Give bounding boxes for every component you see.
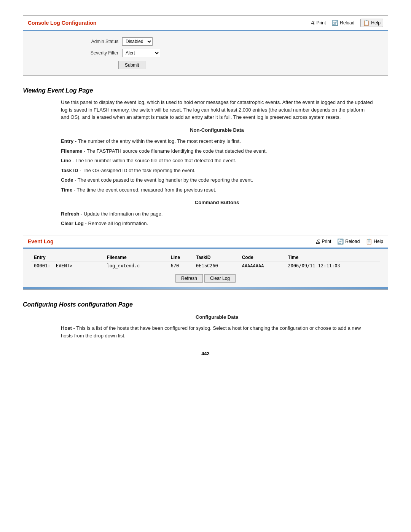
col-entry: Entry (31, 253, 104, 262)
cell-code: AAAAAAAA (239, 262, 285, 270)
host-desc: This is a list of the hosts that have be… (61, 325, 361, 339)
cell-entry: 00001: EVENT> (31, 262, 104, 270)
admin-status-label: Admin Status (76, 39, 118, 44)
command-buttons-heading: Command Buttons (61, 199, 373, 206)
clearlog-desc-row: Clear Log - Remove all log information. (61, 220, 373, 227)
print-icon: 🖨 (310, 20, 315, 26)
console-log-body: Admin Status Disabled Enabled Severity F… (23, 31, 388, 75)
event-log-body: Entry Filename Line TaskID Code Time 000… (23, 249, 388, 287)
field-code-name: Code (61, 177, 73, 183)
submit-row: Submit (118, 61, 380, 69)
console-log-panel: Console Log Configuration 🖨 Print 🔄 Relo… (23, 15, 388, 76)
field-filename-desc: The FASTPATH source code filename identi… (87, 148, 267, 154)
console-log-title: Console Log Configuration (28, 20, 96, 26)
configuring-hosts-title: Configuring Hosts configuration Page (23, 301, 388, 308)
help-button[interactable]: 📋 Help (360, 19, 383, 27)
col-line: Line (168, 253, 193, 262)
event-buttons: Refresh Clear Log (31, 274, 380, 283)
col-filename: Filename (104, 253, 168, 262)
viewing-event-log-body: Use this panel to display the event log,… (61, 99, 373, 227)
refresh-button[interactable]: Refresh (175, 274, 203, 283)
field-time-name: Time (61, 187, 72, 193)
reload-icon: 🔄 (332, 20, 338, 26)
col-taskid: TaskID (193, 253, 239, 262)
refresh-desc-dash: - (81, 211, 84, 217)
field-taskid-desc: The OS-assigned ID of the task reporting… (83, 168, 196, 173)
event-log-panel: Event Log 🖨 Print 🔄 Reload 📋 Help Entry … (23, 235, 388, 290)
severity-filter-select[interactable]: Emergency Alert Critical Error Warning N… (122, 49, 160, 57)
field-entry-dash: - (75, 138, 78, 144)
print-button[interactable]: 🖨 Print (310, 20, 326, 26)
field-filename-dash: - (84, 148, 87, 154)
non-configurable-heading: Non-Configurable Data (61, 126, 373, 134)
field-taskid-name: Task ID (61, 168, 78, 173)
event-help-label: Help (374, 239, 383, 244)
field-taskid-dash: - (80, 168, 83, 173)
clearlog-desc-dash: - (85, 220, 88, 226)
field-line-dash: - (72, 158, 75, 163)
event-print-button[interactable]: 🖨 Print (315, 238, 331, 244)
cell-taskid: 0E15C260 (193, 262, 239, 270)
event-print-label: Print (322, 239, 331, 244)
refresh-desc-row: Refresh - Update the information on the … (61, 210, 373, 218)
event-reload-button[interactable]: 🔄 Reload (337, 238, 360, 244)
console-log-actions: 🖨 Print 🔄 Reload 📋 Help (310, 19, 383, 27)
cell-line: 670 (168, 262, 193, 270)
field-code-desc: The event code passed to the event log h… (78, 177, 253, 183)
event-log-header: Event Log 🖨 Print 🔄 Reload 📋 Help (23, 235, 388, 249)
configurable-data-heading: Configurable Data (61, 313, 373, 321)
field-filename: Filename - The FASTPATH source code file… (61, 147, 373, 155)
refresh-desc-name: Refresh (61, 211, 79, 217)
host-desc-row: Host - This is a list of the hosts that … (61, 324, 373, 339)
field-code-dash: - (75, 177, 78, 183)
event-table: Entry Filename Line TaskID Code Time 000… (31, 253, 380, 270)
event-reload-icon: 🔄 (337, 238, 344, 244)
event-log-footer-bar (23, 287, 388, 289)
field-filename-name: Filename (61, 148, 82, 154)
col-code: Code (239, 253, 285, 262)
reload-label: Reload (340, 20, 354, 26)
cell-time: 2006/09/11 12:11:03 (285, 262, 380, 270)
event-log-actions: 🖨 Print 🔄 Reload 📋 Help (315, 238, 383, 244)
viewing-event-log-desc: Use this panel to display the event log,… (61, 99, 373, 121)
field-line: Line - The line number within the source… (61, 157, 373, 165)
field-time: Time - The time the event occurred, meas… (61, 186, 373, 194)
event-help-button[interactable]: 📋 Help (366, 238, 383, 244)
event-table-header-row: Entry Filename Line TaskID Code Time (31, 253, 380, 262)
field-taskid: Task ID - The OS-assigned ID of the task… (61, 167, 373, 174)
clearlog-desc-text: Remove all log information. (88, 220, 148, 226)
field-entry-name: Entry (61, 138, 73, 144)
print-label: Print (317, 20, 326, 26)
help-icon: 📋 (363, 20, 370, 26)
event-log-title: Event Log (28, 238, 54, 244)
refresh-desc-text: Update the information on the page. (84, 211, 162, 217)
field-line-desc: The line number within the source file o… (75, 158, 236, 163)
admin-status-select[interactable]: Disabled Enabled (122, 37, 153, 46)
table-row: 00001: EVENT> log_extend.c 670 0E15C260 … (31, 262, 380, 270)
cell-filename: log_extend.c (104, 262, 168, 270)
field-line-name: Line (61, 158, 71, 163)
severity-filter-label: Severity Filter (76, 50, 118, 56)
field-entry-desc: The number of the entry within the event… (78, 138, 241, 144)
reload-button[interactable]: 🔄 Reload (332, 20, 354, 26)
event-reload-label: Reload (345, 239, 360, 244)
help-label: Help (371, 20, 381, 26)
clear-log-button[interactable]: Clear Log (204, 274, 236, 283)
configuring-hosts-body: Configurable Data Host - This is a list … (61, 313, 373, 340)
col-time: Time (285, 253, 380, 262)
field-time-desc: The time the event occurred, measured fr… (76, 187, 216, 193)
field-entry: Entry - The number of the entry within t… (61, 137, 373, 145)
severity-filter-row: Severity Filter Emergency Alert Critical… (76, 49, 380, 57)
event-print-icon: 🖨 (315, 238, 320, 244)
page-number: 442 (23, 351, 388, 356)
host-label: Host (61, 325, 72, 331)
console-log-header: Console Log Configuration 🖨 Print 🔄 Relo… (23, 16, 388, 31)
viewing-event-log-title: Viewing Event Log Page (23, 87, 388, 94)
event-help-icon: 📋 (366, 238, 372, 244)
submit-button[interactable]: Submit (118, 61, 145, 69)
clearlog-desc-name: Clear Log (61, 220, 84, 226)
field-code: Code - The event code passed to the even… (61, 176, 373, 184)
admin-status-row: Admin Status Disabled Enabled (76, 37, 380, 46)
